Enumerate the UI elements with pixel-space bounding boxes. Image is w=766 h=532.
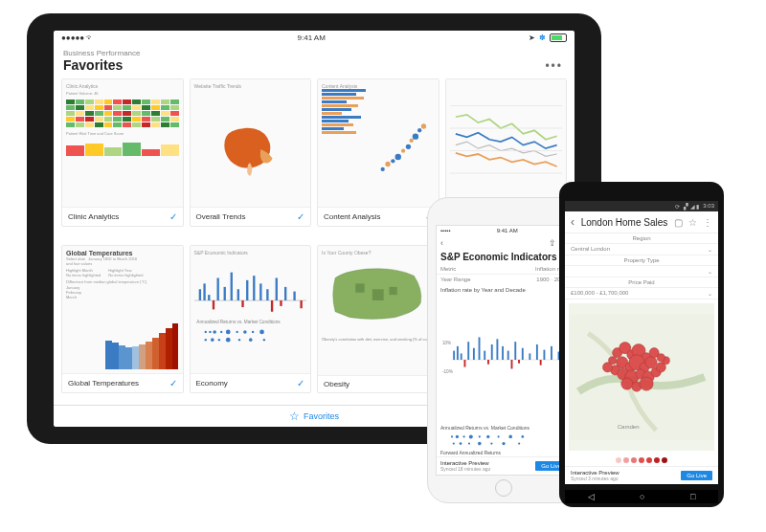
svg-rect-76	[487, 360, 489, 365]
svg-point-95	[518, 443, 520, 445]
svg-rect-25	[266, 289, 268, 300]
svg-rect-66	[502, 346, 504, 360]
svg-rect-77	[511, 360, 513, 368]
svg-point-113	[621, 378, 633, 389]
back-button[interactable]: ‹	[571, 215, 574, 229]
heatmap-chart	[66, 100, 179, 127]
thumb-title: Global Temperatures	[66, 250, 179, 256]
status-bar: ••••• 9:41 AM ▮	[437, 226, 571, 236]
location-icon: ➤	[529, 33, 535, 42]
svg-rect-27	[284, 286, 286, 299]
svg-point-42	[251, 330, 253, 332]
filter-label: Property Type	[623, 257, 659, 263]
svg-point-35	[204, 330, 206, 332]
card-global-temperatures[interactable]: Global Temperatures Select date January …	[61, 245, 184, 393]
overflow-icon[interactable]: ⋮	[703, 217, 712, 228]
svg-point-106	[645, 357, 657, 368]
iphone-screen: ••••• 9:41 AM ▮ ‹ ⇪ ☆ S&P Economic Indic…	[436, 225, 572, 476]
svg-rect-59	[461, 353, 462, 360]
page-title: London Home Sales	[581, 217, 668, 228]
status-time: 9:41 AM	[298, 33, 326, 42]
svg-rect-15	[198, 289, 200, 300]
svg-rect-62	[479, 337, 481, 360]
star-icon: ☆	[289, 410, 300, 423]
card-title: Overall Trends	[196, 212, 246, 221]
svg-point-81	[456, 435, 459, 438]
android-screen: ⟳ ▞ ◢ ▮ 3:03 ‹ London Home Sales ▢ ☆ ⋮ R…	[565, 201, 718, 484]
go-live-button[interactable]: Go Live	[681, 471, 712, 480]
svg-point-83	[469, 434, 473, 438]
map-asia	[194, 89, 307, 207]
svg-rect-70	[529, 353, 530, 360]
svg-point-40	[236, 330, 237, 332]
back-nav-icon[interactable]: ◁	[588, 492, 595, 501]
tab-favorites[interactable]: ☆ Favorites	[289, 410, 339, 423]
card-economy[interactable]: S&P Economic Indicators Annualized Retur…	[190, 245, 312, 393]
svg-rect-32	[280, 300, 282, 306]
more-button[interactable]: •••	[545, 59, 563, 73]
card-title: Global Temperatures	[68, 379, 139, 388]
svg-rect-72	[543, 350, 545, 360]
section-title: Forward Annualized Returns	[437, 449, 571, 456]
cast-icon[interactable]: ▢	[674, 217, 683, 228]
chevron-down-icon[interactable]: ⌄	[708, 268, 712, 275]
status-right: ➤ ✽	[529, 33, 567, 42]
svg-point-37	[213, 330, 216, 334]
card-obesity[interactable]: Is Your County Obese? Obesity's correlat…	[317, 245, 439, 393]
london-map[interactable]: Camden	[569, 303, 714, 451]
svg-point-46	[217, 338, 219, 340]
svg-rect-64	[491, 344, 493, 360]
svg-point-121	[657, 354, 665, 362]
svg-rect-20	[230, 272, 232, 299]
svg-point-80	[451, 435, 453, 437]
status-time: 9:41 AM	[497, 228, 518, 234]
share-icon[interactable]: ⇪	[549, 238, 556, 248]
card-title: Obesity	[324, 380, 349, 388]
page-title: S&P Economic Indicators	[437, 250, 571, 264]
svg-point-84	[479, 435, 481, 437]
signal-icon: •••••	[440, 228, 451, 234]
inflation-chart: 10% -10%	[437, 296, 571, 424]
home-button[interactable]	[495, 479, 512, 497]
bar-chart: Annualized Returns vs. Market Conditions	[194, 255, 307, 345]
card-content-analysis[interactable]: Content Analysis Content Analysis✓	[317, 78, 439, 227]
svg-rect-79	[540, 360, 542, 366]
back-button[interactable]: ‹	[440, 238, 443, 248]
range-label: Year Range	[440, 277, 470, 282]
svg-rect-61	[473, 348, 475, 360]
svg-point-43	[259, 329, 264, 334]
filter-label: Price Paid	[628, 279, 654, 285]
svg-rect-19	[223, 286, 225, 299]
nav-bar: ‹ ⇪ ☆	[437, 236, 571, 250]
dot-strip-chart	[437, 432, 571, 449]
check-icon: ✓	[169, 211, 177, 222]
card-thumbnail: Content Analysis	[318, 79, 439, 207]
star-icon[interactable]: ☆	[688, 217, 697, 228]
svg-point-115	[640, 377, 653, 390]
svg-rect-65	[496, 339, 498, 360]
chevron-down-icon: ⌄	[708, 290, 712, 297]
us-map	[322, 255, 435, 334]
page-title: Favorites	[63, 57, 565, 73]
svg-point-45	[211, 338, 214, 342]
signal-icon: ●●●●● ᯤ	[61, 33, 94, 42]
signal-icon: ▞ ◢ ▮	[684, 203, 699, 210]
line-chart	[450, 83, 563, 185]
system-nav-bar: ◁ ○ □	[565, 490, 718, 503]
card-overall-trends[interactable]: Website Traffic Trends Overall Trends✓	[190, 78, 312, 227]
recent-nav-icon[interactable]: □	[690, 492, 695, 501]
svg-rect-29	[212, 300, 214, 309]
iphone-device: ••••• 9:41 AM ▮ ‹ ⇪ ☆ S&P Economic Indic…	[427, 197, 580, 503]
svg-point-91	[468, 443, 470, 445]
card-title: Content Analysis	[324, 212, 381, 221]
svg-point-85	[486, 435, 489, 438]
svg-point-119	[602, 363, 612, 372]
filter-value[interactable]: Central London	[571, 246, 610, 253]
card-clinic-analytics[interactable]: Clinic Analytics Patient Volume: 46 Pati…	[61, 78, 184, 227]
svg-point-87	[508, 435, 512, 439]
svg-point-94	[502, 442, 505, 445]
filter-value[interactable]: £100,000 - £1,700,000	[571, 290, 628, 297]
home-nav-icon[interactable]: ○	[640, 492, 644, 501]
svg-point-41	[243, 330, 247, 334]
svg-point-2	[392, 159, 395, 163]
